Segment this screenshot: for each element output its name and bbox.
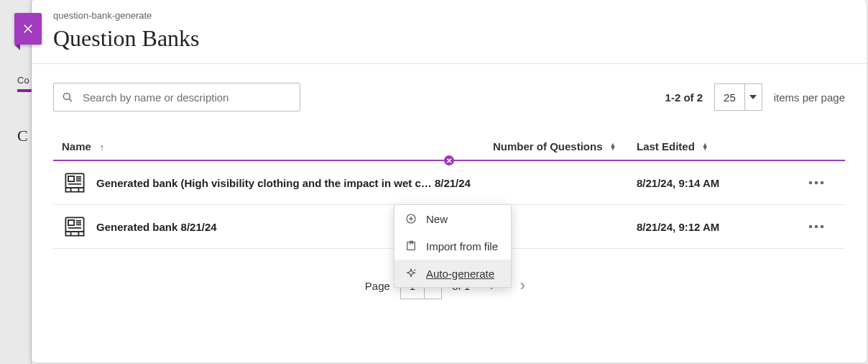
menu-item-label: New: [426, 213, 448, 225]
column-header-number[interactable]: Number of Questions ▲▼: [493, 140, 637, 153]
svg-point-24: [815, 225, 818, 229]
backdrop-initial: C: [17, 127, 28, 145]
close-icon: [22, 22, 34, 35]
page-size-value: 25: [715, 91, 744, 104]
sort-icon: ▲▼: [610, 143, 617, 150]
svg-point-2: [63, 93, 70, 99]
sort-ascending-icon: [97, 140, 105, 153]
svg-point-14: [821, 181, 824, 185]
next-page-button[interactable]: ›: [512, 275, 533, 296]
svg-rect-16: [68, 220, 74, 225]
row-actions-button[interactable]: [803, 216, 829, 237]
main-panel: question-bank-generate Question Banks 1-…: [32, 0, 867, 363]
panel-backdrop: Co C: [0, 0, 32, 364]
svg-rect-5: [68, 176, 74, 181]
search-icon: [61, 91, 74, 104]
column-resize-handle[interactable]: ✕: [444, 155, 454, 165]
svg-point-31: [414, 270, 415, 271]
table-row[interactable]: Generated bank (High visibility clothing…: [53, 161, 845, 205]
row-last-edited: 8/21/24, 9:12 AM: [637, 221, 788, 233]
column-header-number-label: Number of Questions: [493, 140, 603, 153]
svg-point-25: [821, 225, 824, 229]
create-menu: New Import from file Auto-generate: [394, 204, 512, 288]
row-last-edited: 8/21/24, 9:14 AM: [637, 177, 788, 189]
column-header-edited[interactable]: Last Edited ▲▼: [637, 140, 788, 153]
question-bank-icon: [62, 170, 88, 196]
more-horizontal-icon: [808, 224, 824, 229]
svg-line-3: [69, 99, 72, 101]
page-size-controls: 1-2 of 2 25 items per page: [665, 83, 845, 111]
column-header-edited-label: Last Edited: [637, 140, 695, 153]
items-per-page-label: items per page: [774, 91, 845, 104]
more-horizontal-icon: [808, 181, 824, 185]
toolbar: 1-2 of 2 25 items per page: [32, 64, 867, 120]
search-input[interactable]: [81, 91, 292, 104]
menu-item-label: Auto-generate: [426, 268, 494, 280]
sparkle-icon: [405, 267, 417, 280]
search-box[interactable]: [53, 83, 300, 112]
page-label: Page: [365, 280, 390, 292]
chevron-down-icon: [744, 84, 762, 110]
plus-circle-icon: [405, 212, 417, 225]
results-count: 1-2 of 2: [665, 91, 703, 104]
header-divider: ✕: [53, 160, 845, 161]
menu-item-new[interactable]: New: [394, 205, 511, 232]
svg-point-23: [809, 225, 813, 229]
row-name: Generated bank (High visibility clothing…: [96, 177, 493, 189]
close-panel-button[interactable]: [14, 13, 42, 45]
svg-line-30: [410, 241, 413, 245]
sort-icon: ▲▼: [702, 143, 708, 150]
row-actions-button[interactable]: [803, 172, 829, 194]
page-title: Question Banks: [53, 25, 845, 52]
column-header-name-label: Name: [62, 140, 91, 153]
svg-point-12: [809, 181, 813, 185]
question-bank-icon: [62, 214, 88, 240]
backdrop-tab: Co: [17, 75, 29, 86]
page-size-select[interactable]: 25: [714, 83, 762, 111]
svg-point-13: [815, 181, 818, 185]
menu-item-auto-generate[interactable]: Auto-generate: [394, 260, 511, 287]
menu-item-import[interactable]: Import from file: [394, 232, 511, 260]
menu-item-label: Import from file: [426, 240, 498, 252]
breadcrumb: question-bank-generate: [53, 10, 845, 21]
import-icon: [405, 240, 417, 252]
panel-header: question-bank-generate Question Banks: [32, 0, 867, 64]
column-header-name[interactable]: Name: [62, 140, 493, 153]
